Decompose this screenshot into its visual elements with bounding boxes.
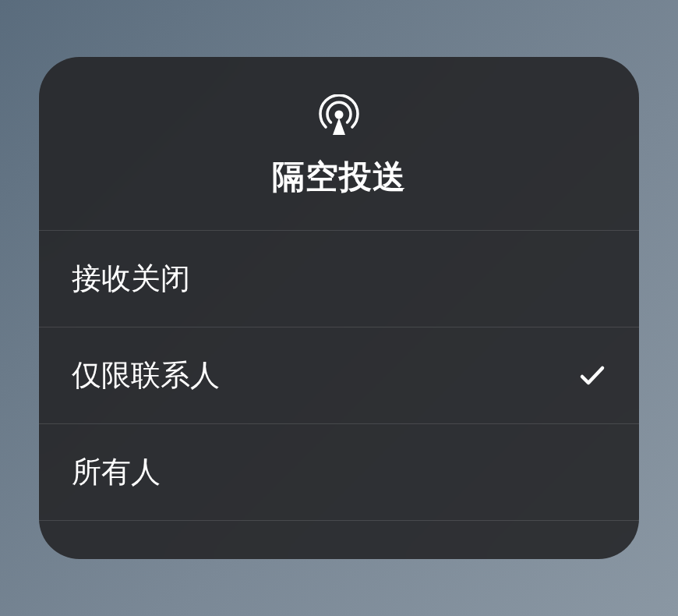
options-list: 接收关闭 仅限联系人 所有人 — [39, 230, 639, 559]
airdrop-icon — [317, 94, 361, 138]
option-label: 仅限联系人 — [72, 356, 220, 395]
option-everyone[interactable]: 所有人 — [39, 423, 639, 520]
svg-point-0 — [335, 111, 344, 119]
option-label: 接收关闭 — [72, 259, 190, 299]
option-receiving-off[interactable]: 接收关闭 — [39, 230, 639, 327]
bottom-spacer — [39, 520, 639, 559]
panel-header: 隔空投送 — [39, 57, 639, 230]
panel-title: 隔空投送 — [272, 155, 406, 199]
option-contacts-only[interactable]: 仅限联系人 — [39, 327, 639, 423]
airdrop-settings-panel: 隔空投送 接收关闭 仅限联系人 所有人 — [39, 57, 639, 559]
checkmark-icon — [578, 362, 606, 390]
option-label: 所有人 — [72, 452, 161, 492]
